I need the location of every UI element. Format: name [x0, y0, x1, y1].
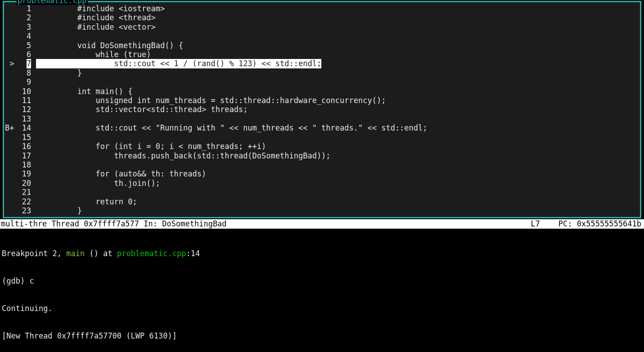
gdb-bp-prefix: Breakpoint 2, [2, 249, 66, 258]
gutter-mark: > [5, 59, 15, 68]
gdb-bp-line: :14 [186, 249, 200, 258]
source-line[interactable]: 16 for (int i = 0; i < num_threads; ++i) [5, 142, 639, 151]
line-number: 18 [15, 160, 36, 169]
code-text: int main() { [36, 87, 639, 96]
source-line[interactable]: 20 th.join(); [5, 179, 639, 188]
status-thread: Thread 0x7ffff7a577 [52, 219, 139, 228]
source-line[interactable]: 11 unsigned int num_threads = std::threa… [5, 96, 639, 105]
line-number: 12 [15, 105, 36, 114]
gdb-continuing: Continuing. [2, 304, 642, 313]
source-line[interactable]: 6 while (true) [5, 50, 639, 59]
code-text: std::vector<std::thread> threads; [36, 105, 639, 114]
gutter-mark [5, 41, 15, 50]
gdb-bp-mid: () at [85, 249, 117, 258]
gdb-bp-fn: main [66, 249, 85, 258]
status-left: multi-thre Thread 0x7ffff7a577 In: DoSom… [1, 219, 531, 228]
source-line[interactable]: 17 threads.push_back(std::thread(DoSomet… [5, 151, 639, 160]
gutter-mark [5, 188, 15, 197]
gutter-mark [5, 68, 15, 77]
code-text: unsigned int num_threads = std::thread::… [36, 96, 639, 105]
line-number: 23 [15, 206, 36, 215]
source-line[interactable]: 22 return 0; [5, 197, 639, 206]
source-line[interactable]: 2 #include <thread> [5, 13, 639, 22]
status-pc-value: 0x55555555641b [577, 219, 641, 228]
line-number: 8 [15, 68, 36, 77]
gutter-mark [5, 96, 15, 105]
line-number: 21 [15, 188, 36, 197]
source-line[interactable]: 5 void DoSomethingBad() { [5, 41, 639, 50]
gdb-new-thread-1: [New Thread 0x7ffff7a57700 (LWP 6130)] [2, 331, 642, 340]
code-text: void DoSomethingBad() { [36, 41, 639, 50]
line-number: 6 [15, 50, 36, 59]
code-text: } [36, 68, 639, 77]
line-number: 16 [15, 142, 36, 151]
line-number: 14 [15, 123, 36, 132]
gutter-mark [5, 23, 15, 32]
gutter-mark [5, 206, 15, 215]
line-number: 2 [15, 13, 36, 22]
gutter-mark [5, 13, 15, 22]
gutter-mark [5, 197, 15, 206]
gutter-mark [5, 32, 15, 41]
code-text [36, 32, 639, 41]
status-in-label: In: [144, 219, 158, 228]
status-right: L7 PC: 0x55555555641b [531, 219, 643, 228]
source-line[interactable]: 1 #include <iostream> [5, 4, 639, 13]
line-number: 19 [15, 169, 36, 178]
source-line[interactable]: 8 } [5, 68, 639, 77]
status-function: DoSomethingBad [162, 219, 226, 228]
source-body[interactable]: 1 #include <iostream>2 #include <thread>… [4, 2, 640, 217]
code-text: std::cout << "Running with " << num_thre… [36, 123, 639, 132]
line-number: 11 [15, 96, 36, 105]
gdb-console[interactable]: Breakpoint 2, main () at problematic.cpp… [0, 229, 644, 352]
gdb-prompt-c: (gdb) c [2, 276, 642, 285]
source-line[interactable]: 15 [5, 133, 639, 142]
gdb-bp-file: problematic.cpp [117, 249, 186, 258]
line-number: 20 [15, 179, 36, 188]
code-text: return 0; [36, 197, 639, 206]
code-text: #include <thread> [36, 13, 639, 22]
line-number: 7 [15, 59, 36, 68]
code-text: while (true) [36, 50, 639, 59]
code-text: for (int i = 0; i < num_threads; ++i) [36, 142, 639, 151]
source-line[interactable]: 10 int main() { [5, 87, 639, 96]
source-line[interactable]: 3 #include <vector> [5, 23, 639, 32]
line-number: 3 [15, 23, 36, 32]
source-line[interactable]: 4 [5, 32, 639, 41]
line-number: 15 [15, 133, 36, 142]
code-text: } [36, 206, 639, 215]
code-text [36, 114, 639, 123]
gutter-mark [5, 169, 15, 178]
line-number: 13 [15, 114, 36, 123]
source-line[interactable]: 23 } [5, 206, 639, 215]
source-line[interactable]: 21 [5, 188, 639, 197]
gutter-mark [5, 114, 15, 123]
gutter-mark [5, 50, 15, 59]
status-mode: multi-thre [1, 219, 47, 228]
code-text: for (auto&& th: threads) [36, 169, 639, 178]
code-text [36, 77, 639, 86]
code-text: th.join(); [36, 179, 639, 188]
code-text: threads.push_back(std::thread(DoSomethin… [36, 151, 639, 160]
line-number: 4 [15, 32, 36, 41]
code-text [36, 133, 639, 142]
code-text [36, 188, 639, 197]
source-line[interactable]: B+14 std::cout << "Running with " << num… [5, 123, 639, 132]
source-line[interactable]: 19 for (auto&& th: threads) [5, 169, 639, 178]
source-line[interactable]: 18 [5, 160, 639, 169]
source-line[interactable]: 12 std::vector<std::thread> threads; [5, 105, 639, 114]
gutter-mark [5, 179, 15, 188]
source-line[interactable]: 9 [5, 77, 639, 86]
code-text: #include <iostream> [36, 4, 639, 13]
gutter-mark [5, 151, 15, 160]
line-number: 1 [15, 4, 36, 13]
source-line[interactable]: 13 [5, 114, 639, 123]
source-line[interactable]: >7 std::cout << 1 / (rand() % 123) << st… [5, 59, 639, 68]
gutter-mark [5, 133, 15, 142]
line-number: 22 [15, 197, 36, 206]
status-line-label: L7 [531, 219, 540, 228]
gutter-mark [5, 105, 15, 114]
source-window: problematic.cpp 1 #include <iostream>2 #… [3, 1, 641, 218]
source-window-title: problematic.cpp [17, 0, 88, 5]
status-bar: multi-thre Thread 0x7ffff7a577 In: DoSom… [0, 219, 644, 228]
